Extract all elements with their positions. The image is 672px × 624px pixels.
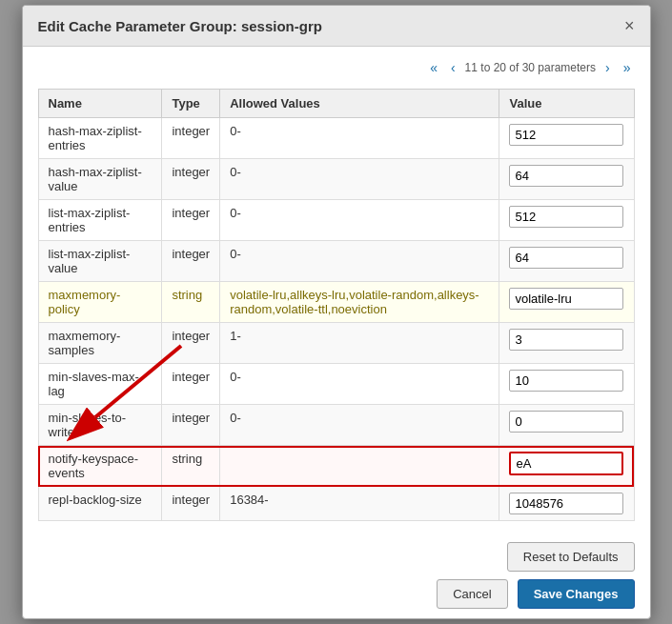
param-type-cell: string (162, 446, 220, 487)
param-value-cell[interactable] (499, 405, 634, 446)
table-row: repl-backlog-sizeinteger16384- (38, 487, 634, 521)
value-input-list-max-ziplist-entries[interactable] (509, 206, 623, 228)
save-changes-button[interactable]: Save Changes (518, 579, 635, 609)
param-name-cell: maxmemory-policy (38, 282, 162, 323)
col-header-name: Name (38, 90, 162, 118)
modal-footer: Reset to Defaults Cancel Save Changes (23, 533, 650, 618)
edit-cache-parameter-group-modal: Edit Cache Parameter Group: session-grp … (22, 5, 651, 619)
table-row: maxmemory-policystringvolatile-lru,allke… (38, 282, 634, 323)
param-name-cell: notify-keyspace-events (38, 446, 162, 487)
footer-bottom: Cancel Save Changes (38, 579, 635, 609)
value-input-hash-max-ziplist-value[interactable] (509, 165, 623, 187)
value-input-notify-keyspace-events[interactable] (509, 452, 623, 475)
parameters-table: Name Type Allowed Values Value hash-max-… (38, 89, 635, 521)
modal-body: « ‹ 11 to 20 of 30 parameters › » (23, 47, 650, 533)
close-button[interactable]: × (624, 17, 635, 34)
param-value-cell[interactable] (499, 159, 634, 200)
reset-to-defaults-button[interactable]: Reset to Defaults (507, 542, 635, 572)
param-allowed-cell (220, 446, 499, 487)
param-type-cell: integer (162, 405, 220, 446)
param-allowed-cell: 0- (220, 200, 499, 241)
value-input-min-slaves-max-lag[interactable] (509, 370, 623, 392)
param-type-cell: integer (162, 487, 220, 521)
value-input-min-slaves-to-write[interactable] (509, 411, 623, 433)
modal-overlay: Edit Cache Parameter Group: session-grp … (0, 0, 672, 624)
page-info: 11 to 20 of 30 parameters (465, 61, 596, 74)
table-row: hash-max-ziplist-entriesinteger0- (38, 118, 634, 159)
value-input-repl-backlog-size[interactable] (509, 493, 623, 514)
value-input-maxmemory-policy[interactable] (509, 288, 623, 310)
table-row: notify-keyspace-eventsstring (38, 446, 634, 487)
next-page-button[interactable]: › (601, 58, 614, 77)
param-name-cell: hash-max-ziplist-value (38, 159, 162, 200)
pagination-bar: « ‹ 11 to 20 of 30 parameters › » (38, 58, 635, 77)
param-name-cell: min-slaves-max-lag (38, 364, 162, 405)
param-value-cell[interactable] (499, 241, 634, 282)
param-type-cell: integer (162, 241, 220, 282)
table-row: maxmemory-samplesinteger1- (38, 323, 634, 364)
param-value-cell[interactable] (499, 323, 634, 364)
first-page-button[interactable]: « (426, 58, 441, 77)
param-name-cell: list-max-ziplist-value (38, 241, 162, 282)
col-header-type: Type (162, 90, 220, 118)
param-allowed-cell: 0- (220, 118, 499, 159)
param-type-cell: integer (162, 364, 220, 405)
value-input-maxmemory-samples[interactable] (509, 329, 623, 351)
parameters-table-wrapper: Name Type Allowed Values Value hash-max-… (38, 89, 635, 521)
table-row: list-max-ziplist-entriesinteger0- (38, 200, 634, 241)
param-value-cell[interactable] (499, 282, 634, 323)
footer-top: Reset to Defaults (38, 542, 635, 572)
param-allowed-cell: 0- (220, 159, 499, 200)
table-header-row: Name Type Allowed Values Value (38, 90, 634, 118)
param-name-cell: maxmemory-samples (38, 323, 162, 364)
table-row: list-max-ziplist-valueinteger0- (38, 241, 634, 282)
cancel-button[interactable]: Cancel (437, 579, 507, 609)
param-type-cell: integer (162, 118, 220, 159)
param-allowed-cell: 0- (220, 364, 499, 405)
table-row: min-slaves-to-writeinteger0- (38, 405, 634, 446)
param-name-cell: hash-max-ziplist-entries (38, 118, 162, 159)
col-header-allowed: Allowed Values (220, 90, 499, 118)
param-type-cell: integer (162, 323, 220, 364)
col-header-value: Value (499, 90, 634, 118)
table-row: min-slaves-max-laginteger0- (38, 364, 634, 405)
param-type-cell: integer (162, 159, 220, 200)
value-input-list-max-ziplist-value[interactable] (509, 247, 623, 269)
param-value-cell[interactable] (499, 118, 634, 159)
prev-page-button[interactable]: ‹ (447, 58, 459, 77)
param-allowed-cell: volatile-lru,allkeys-lru,volatile-random… (220, 282, 499, 323)
param-type-cell: integer (162, 200, 220, 241)
param-name-cell: list-max-ziplist-entries (38, 200, 162, 241)
param-value-cell[interactable] (499, 364, 634, 405)
param-allowed-cell: 16384- (220, 487, 499, 521)
param-allowed-cell: 0- (220, 241, 499, 282)
value-input-hash-max-ziplist-entries[interactable] (509, 124, 623, 146)
param-allowed-cell: 1- (220, 323, 499, 364)
table-row: hash-max-ziplist-valueinteger0- (38, 159, 634, 200)
modal-header: Edit Cache Parameter Group: session-grp … (23, 6, 650, 47)
param-name-cell: min-slaves-to-write (38, 405, 162, 446)
param-value-cell[interactable] (499, 487, 634, 521)
modal-title: Edit Cache Parameter Group: session-grp (38, 18, 322, 34)
param-allowed-cell: 0- (220, 405, 499, 446)
param-type-cell: string (162, 282, 220, 323)
param-value-cell[interactable] (499, 446, 634, 487)
param-value-cell[interactable] (499, 200, 634, 241)
param-name-cell: repl-backlog-size (38, 487, 162, 521)
last-page-button[interactable]: » (620, 58, 635, 77)
